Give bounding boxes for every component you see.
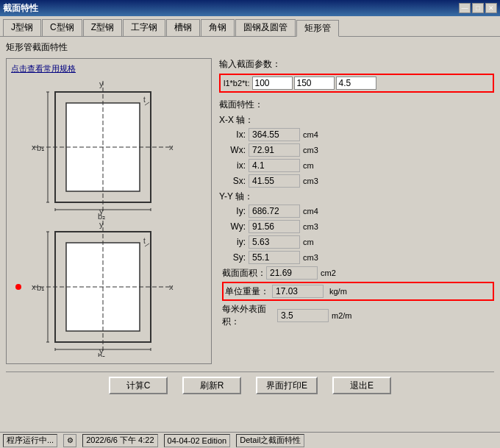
yy-axis-title: Y-Y 轴： (219, 191, 494, 203)
weight-unit: kg/m (329, 287, 347, 296)
exit-button[interactable]: 退出E (332, 377, 391, 394)
svg-text:x: x (32, 282, 36, 291)
refresh-button[interactable]: 刷新R (182, 377, 241, 394)
input-row: l1*b2*t: (219, 74, 494, 93)
svg-text:y: y (99, 79, 104, 88)
status-datetime: 2022/6/6 下午 4:22 (82, 434, 157, 447)
prop-Sy: Sy: cm3 (219, 251, 494, 264)
tab-channel-steel[interactable]: 槽钢 (166, 19, 200, 36)
section-title: 矩形管截面特性 (6, 41, 494, 54)
svg-point-36 (15, 284, 21, 290)
prop-Sx-value (249, 174, 300, 188)
prop-Iy-label: Iy: (226, 206, 249, 216)
cross-section-diagram: x x y y b₁ b₂ t (11, 77, 202, 357)
status-running: 程序运行中... (3, 434, 57, 447)
prop-Sx-unit: cm3 (303, 177, 325, 185)
area-unit: cm2 (321, 269, 336, 277)
prop-Wy-label: Wy: (226, 221, 249, 232)
weight-value (272, 285, 324, 298)
param-input-1[interactable] (252, 77, 293, 90)
prop-Sx-label: Sx: (226, 176, 249, 186)
svg-text:x: x (32, 143, 36, 152)
area-row: 截面面积： cm2 (219, 266, 494, 280)
svg-text:x: x (169, 143, 174, 152)
prop-Ix-label: Ix: (226, 129, 249, 140)
param-input-3[interactable] (336, 77, 376, 90)
window-title: 截面特性 (3, 2, 38, 15)
weight-label: 单位重量： (225, 285, 269, 298)
tab-round-steel[interactable]: 圆钢及圆管 (235, 19, 296, 36)
prop-ix-label: ix: (226, 160, 249, 171)
param-label: l1*b2*t: (222, 79, 251, 88)
prop-Sy-label: Sy: (226, 252, 249, 263)
button-bar: 计算C 刷新R 界面打印E 退出E (6, 371, 494, 399)
prop-Iy: Iy: cm4 (219, 205, 494, 218)
svg-text:b₁: b₁ (37, 143, 44, 152)
prop-Iy-value (249, 205, 300, 218)
main-content: 矩形管截面特性 点击查看常用规格 x x y y (0, 37, 500, 403)
calculate-button[interactable]: 计算C (109, 377, 168, 394)
input-section: 输入截面参数： l1*b2*t: (219, 58, 494, 93)
svg-text:b₁: b₁ (37, 283, 44, 292)
prop-ix-unit: cm (303, 161, 325, 170)
prop-iy-unit: cm (303, 238, 325, 246)
prop-ix: ix: cm (219, 159, 494, 172)
prop-Iy-unit: cm4 (303, 207, 325, 216)
properties-section: 截面特性： X-X 轴： Ix: cm4 Wx: cm3 ix: cm (219, 99, 494, 328)
minimize-button[interactable]: — (459, 3, 471, 13)
prop-Wy-unit: cm3 (303, 222, 325, 231)
prop-ix-value (249, 159, 300, 172)
prop-Sy-unit: cm3 (303, 253, 325, 262)
area-value (266, 266, 318, 280)
tab-i-steel[interactable]: 工字钢 (123, 19, 165, 36)
maximize-button[interactable]: □ (472, 3, 484, 13)
xx-axis-title: X-X 轴： (219, 114, 494, 127)
svg-line-17 (145, 102, 149, 105)
prop-Ix-unit: cm4 (303, 130, 325, 139)
weight-row: 单位重量： kg/m (222, 282, 494, 301)
svg-line-35 (145, 243, 149, 246)
right-panel: 输入截面参数： l1*b2*t: 截面特性： X-X 轴： Ix: cm4 (219, 58, 494, 364)
prop-Wy: Wy: cm3 (219, 220, 494, 233)
surface-area-row: 每米外表面积： m2/m (219, 303, 494, 328)
status-edition: 04-04-02 Edition (164, 434, 231, 447)
diagram-link[interactable]: 点击查看常用规格 (11, 63, 207, 74)
prop-Wx: Wx: cm3 (219, 143, 494, 157)
svg-text:x: x (169, 282, 174, 291)
area-label: 截面面积： (222, 267, 266, 280)
content-area: 点击查看常用规格 x x y y (6, 58, 494, 364)
surface-area-label: 每米外表面积： (222, 303, 277, 328)
status-detail: Detail之截面特性 (236, 434, 304, 447)
prop-Sy-value (249, 251, 300, 264)
title-bar-buttons: — □ ✕ (459, 3, 497, 13)
print-button[interactable]: 界面打印E (256, 377, 318, 394)
prop-Ix: Ix: cm4 (219, 128, 494, 141)
prop-Wx-label: Wx: (226, 145, 249, 155)
param-input-2[interactable] (294, 77, 335, 90)
prop-Wx-value (249, 143, 300, 157)
svg-text:b₂: b₂ (98, 352, 105, 357)
svg-text:t: t (143, 237, 146, 245)
svg-text:t: t (143, 96, 146, 104)
tab-rect-tube[interactable]: 矩形管 (296, 20, 339, 37)
prop-Sx: Sx: cm3 (219, 174, 494, 188)
tab-angle-steel[interactable]: 角钢 (201, 19, 235, 36)
prop-iy-label: iy: (226, 237, 249, 247)
prop-Ix-value (249, 128, 300, 141)
properties-title: 截面特性： (219, 99, 494, 111)
tab-z-steel[interactable]: Z型钢 (83, 19, 122, 36)
tab-c-steel[interactable]: C型钢 (42, 19, 82, 36)
title-bar: 截面特性 — □ ✕ (0, 0, 500, 16)
prop-iy: iy: cm (219, 235, 494, 249)
diagram-panel: 点击查看常用规格 x x y y (6, 58, 212, 364)
prop-iy-value (249, 235, 300, 249)
prop-Wy-value (249, 220, 300, 233)
status-clock-icon: ⚙ (63, 434, 76, 447)
status-bar: 程序运行中... ⚙ 2022/6/6 下午 4:22 04-04-02 Edi… (0, 432, 500, 448)
svg-text:y: y (99, 220, 104, 229)
tab-j-steel[interactable]: J型钢 (3, 19, 41, 36)
tab-bar: J型钢 C型钢 Z型钢 工字钢 槽钢 角钢 圆钢及圆管 矩形管 (0, 16, 500, 37)
close-button[interactable]: ✕ (485, 3, 497, 13)
surface-area-unit: m2/m (332, 311, 352, 320)
surface-area-value (277, 309, 329, 322)
